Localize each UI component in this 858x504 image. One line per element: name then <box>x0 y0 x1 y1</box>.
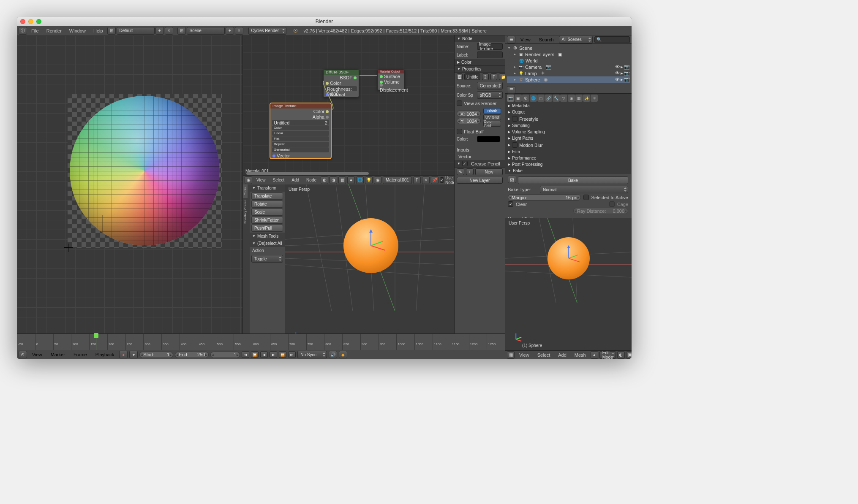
source-selector[interactable]: Generated <box>477 82 503 89</box>
float-buffer-check[interactable] <box>457 129 462 134</box>
tab-data-icon[interactable]: ▽ <box>560 95 567 102</box>
gizmo-z-axis[interactable] <box>370 231 371 246</box>
menu-file[interactable]: File <box>28 28 42 33</box>
op-translate[interactable]: Translate <box>251 192 283 200</box>
np-properties[interactable]: Properties <box>455 66 505 73</box>
material-fake-user[interactable]: F <box>413 176 421 184</box>
menu-help[interactable]: Help <box>90 28 106 33</box>
tool-tab-create[interactable]: Create <box>243 198 248 211</box>
mini-gizmo[interactable] <box>557 247 580 270</box>
pp-sampling[interactable]: Sampling <box>505 122 631 129</box>
tl-menu-playback[interactable]: Playback <box>92 352 118 357</box>
props-editor-type-icon[interactable]: ☰ <box>507 86 515 94</box>
gen-blank[interactable]: Blank <box>483 108 501 114</box>
jump-start-icon[interactable]: ⏮ <box>242 351 249 358</box>
scene-browse-icon[interactable]: ⊞ <box>177 27 186 35</box>
tl-menu-marker[interactable]: Marker <box>47 352 68 357</box>
2d-cursor-icon[interactable] <box>64 244 73 252</box>
play-icon[interactable]: ▶ <box>270 351 277 358</box>
tab-render-icon[interactable]: 📷 <box>507 95 514 102</box>
view-as-render-check[interactable] <box>457 100 462 106</box>
tool-tab-shading[interactable]: Shading <box>243 211 248 225</box>
texture-tree-icon[interactable]: ▦ <box>338 176 346 184</box>
world-shader-icon[interactable]: 🌐 <box>356 176 364 184</box>
gen-color-swatch[interactable] <box>477 136 500 142</box>
jump-end-icon[interactable]: ⏭ <box>288 351 296 358</box>
pp-bake[interactable]: Bake <box>505 168 631 174</box>
mini-menu-add[interactable]: Add <box>555 352 570 358</box>
keyframe-prev-icon[interactable]: ⏪ <box>251 351 259 358</box>
ol-menu-search[interactable]: Search <box>536 37 557 42</box>
tl-marker-icon[interactable]: ◆ <box>339 351 347 358</box>
panel-transform[interactable]: Transform <box>250 184 285 192</box>
pp-output[interactable]: Output <box>505 109 631 115</box>
img-users[interactable]: 2 <box>482 73 489 80</box>
pp-light-paths[interactable]: Light Paths <box>505 135 631 141</box>
pp-post-processing[interactable]: Post Processing <box>505 161 631 168</box>
tl-menu-view[interactable]: View <box>29 352 46 357</box>
gp-add-icon[interactable]: + <box>466 168 474 175</box>
op-push-pull[interactable]: Push/Pull <box>251 225 283 232</box>
lamp-shader-icon[interactable]: 💡 <box>365 176 373 184</box>
tab-texture-icon[interactable]: ▦ <box>575 95 583 102</box>
pp-metadata[interactable]: Metadata <box>505 103 631 109</box>
sync-mode-selector[interactable]: No Sync <box>297 351 327 358</box>
obj-shader-icon[interactable]: ● <box>347 176 355 184</box>
op-rotate[interactable]: Rotate <box>251 201 283 208</box>
tab-physics-icon[interactable]: ⚛ <box>591 95 598 102</box>
img-fake-user[interactable]: F <box>490 73 497 80</box>
mini-menu-mesh[interactable]: Mesh <box>571 352 589 358</box>
tab-scene-icon[interactable]: ⦿ <box>522 95 529 102</box>
ol-menu-view[interactable]: View <box>517 37 534 42</box>
keyframe-next-icon[interactable]: ⏩ <box>279 351 286 358</box>
img-name-field[interactable]: Untitle <box>464 73 480 80</box>
auto-keyframe-icon[interactable]: ● <box>119 351 128 358</box>
outliner-filter[interactable]: All Scenes <box>559 36 593 43</box>
pp-motion-blur[interactable]: Motion Blur <box>505 141 631 149</box>
play-reverse-icon[interactable]: ◀ <box>260 351 268 358</box>
pp-performance[interactable]: Performance <box>505 155 631 161</box>
layout-browse-icon[interactable]: ⊞ <box>107 27 116 35</box>
tool-tab-tools[interactable]: Tools <box>243 184 248 198</box>
uv-viewport[interactable] <box>17 35 242 350</box>
node-name-field[interactable]: Image Texture <box>477 43 503 50</box>
op-scale[interactable]: Scale <box>251 209 283 216</box>
np-node[interactable]: Node <box>455 35 505 42</box>
start-frame-field[interactable]: Start:1 <box>139 352 173 358</box>
view3d-secondary[interactable]: User Persp (1) Sphere <box>505 218 632 350</box>
outliner-editor-type-icon[interactable]: ☰ <box>507 36 515 43</box>
outliner-search-field[interactable]: 🔍 <box>594 36 630 43</box>
timeline-track[interactable]: -500501001502002503003504004505005506006… <box>17 334 505 350</box>
shader-tree-icon[interactable]: ◐ <box>321 176 328 184</box>
material-unlink-icon[interactable]: × <box>422 176 430 184</box>
render-engine-selector[interactable]: Cycles Render <box>248 27 286 35</box>
node-h-scrollbar[interactable] <box>246 171 451 175</box>
sel-to-active-check[interactable] <box>583 195 589 200</box>
timeline-editor-type-icon[interactable]: ⏱ <box>19 351 27 358</box>
img-browse-icon[interactable]: 🖼 <box>457 73 463 80</box>
material-selector[interactable]: Material.001 <box>383 176 412 184</box>
node-menu-node[interactable]: Node <box>303 178 319 182</box>
scene-remove-icon[interactable]: × <box>235 27 243 35</box>
scene-selector[interactable]: Scene <box>187 27 225 35</box>
cage-check[interactable] <box>609 201 615 207</box>
action-value[interactable]: Toggle <box>251 255 283 263</box>
tab-object-icon[interactable]: ▢ <box>537 95 545 102</box>
mini-mode-selector[interactable]: Edit Mode <box>599 351 616 359</box>
mini-menu-select[interactable]: Select <box>534 352 554 358</box>
tab-constraints-icon[interactable]: 🔗 <box>545 95 552 102</box>
node-menu-view[interactable]: View <box>253 178 269 182</box>
np-gpencil[interactable]: Grease Pencil <box>455 160 505 168</box>
panel-mesh-tools[interactable]: Mesh Tools <box>250 233 285 240</box>
mini-shading-icon[interactable]: ◐ <box>617 351 625 359</box>
mini-mode-icon[interactable]: ▲ <box>591 351 598 359</box>
editor-type-icon[interactable]: ⓘ <box>19 27 27 35</box>
mini-editor-type-icon[interactable]: ▦ <box>507 351 515 359</box>
tab-particles-icon[interactable]: ✨ <box>583 95 590 102</box>
node-diffuse-bsdf[interactable]: Diffuse BSDF BSDF Color Roughness: 0.000… <box>323 69 359 98</box>
layout-selector[interactable]: Default <box>117 27 155 35</box>
menu-window[interactable]: Window <box>66 28 89 33</box>
pp-volume-sampling[interactable]: Volume Sampling <box>505 129 631 135</box>
compositor-tree-icon[interactable]: ◑ <box>330 176 337 184</box>
colorspace-selector[interactable]: sRGB <box>477 91 503 99</box>
